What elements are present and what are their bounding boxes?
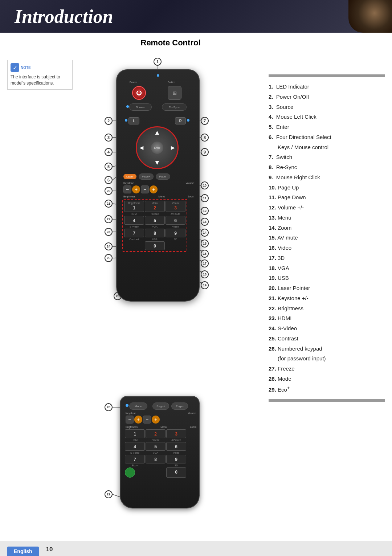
list-item: 27. Freeze <box>269 364 385 374</box>
bottom-divider-bar <box>269 399 385 402</box>
btn-2[interactable]: Menu 2 <box>145 201 165 212</box>
R-button[interactable]: R <box>175 117 186 124</box>
switch-button[interactable]: ⊞ <box>168 86 181 100</box>
callout-25: 25 <box>105 254 113 262</box>
right-panel: 1. LED Indicator 2. Power On/Off 3. Sour… <box>269 38 385 519</box>
label-row-svideo: S-Video VGA Video <box>124 225 185 228</box>
zoom-label: Zoom <box>188 195 194 198</box>
note-box: ✓ NOTE The interface is subject to model… <box>7 60 73 90</box>
callout-7: 7 <box>201 117 209 125</box>
list-item: 11. Page Down <box>269 192 385 203</box>
v-plus-2[interactable]: + <box>152 416 160 424</box>
page-header: Introduction <box>0 0 392 33</box>
note-badge: NOTE <box>21 66 31 70</box>
list-item: 20. Laser Pointer <box>269 283 385 293</box>
btn-5[interactable]: 5 <box>145 216 165 225</box>
btn-4[interactable]: 4 <box>124 216 144 225</box>
R-dot <box>187 119 189 122</box>
label-row-hdmi: HDMI Freeze AV mute <box>124 213 185 215</box>
page-minus-2[interactable]: Page- <box>171 402 188 410</box>
note-icon: ✓ <box>11 63 19 72</box>
page-plus-2[interactable]: Page+ <box>152 402 169 410</box>
page-minus-button[interactable]: Page- <box>156 173 170 180</box>
keystone-volume-labels: Keystone Volume <box>123 182 194 184</box>
k-plus-2[interactable]: + <box>134 416 142 424</box>
list-item: 8. Re-Sync <box>269 162 385 172</box>
numpad-row2: 4 5 6 <box>124 216 185 225</box>
callout-21: 21 <box>105 200 113 208</box>
callout-20: 20 <box>105 187 113 195</box>
list-item: 14. Zoom <box>269 223 385 233</box>
list-item: 12. Volume +/- <box>269 203 385 213</box>
btn2-8[interactable]: 8 <box>146 455 166 463</box>
btn2-3[interactable]: 3 <box>166 429 186 438</box>
note-text: The interface is subject to model's spec… <box>11 74 69 86</box>
list-item: 1. LED Indicator <box>269 82 385 92</box>
vol-minus[interactable]: − <box>141 185 149 193</box>
menu-label: Menu <box>158 195 165 198</box>
btn2-6[interactable]: 6 <box>166 442 186 451</box>
btn2-0[interactable]: 0 <box>166 467 186 478</box>
keystone-minus[interactable]: − <box>123 185 131 193</box>
k-minus-2[interactable]: − <box>126 416 134 424</box>
callout-2: 2 <box>105 117 113 125</box>
source-dot <box>126 105 129 108</box>
btn2-1[interactable]: 1 <box>125 429 145 438</box>
list-item: 6. Four Directional Select Keys / Mouse … <box>269 132 385 152</box>
btn-6[interactable]: 6 <box>166 216 185 225</box>
dpad[interactable]: ▲ ▼ ◄ ► Enter <box>136 126 179 169</box>
laser-button[interactable]: Laser <box>123 174 136 179</box>
callout-4: 4 <box>105 148 113 156</box>
remote-body-2: Mode Page+ Page- Keystone Volume − + − + <box>120 396 200 508</box>
keystone-vol-row: − + − + <box>123 185 158 193</box>
eco-button[interactable] <box>125 467 135 478</box>
callout-3: 3 <box>105 134 113 142</box>
btn2-5[interactable]: 5 <box>146 442 166 451</box>
btn2-2[interactable]: 2 <box>146 429 166 438</box>
v-minus-2[interactable]: − <box>143 416 151 424</box>
page-plus-button[interactable]: Page+ <box>139 173 154 180</box>
btn2-9[interactable]: 9 <box>166 455 186 463</box>
list-item: 25. Contrast <box>269 334 385 344</box>
btn-9[interactable]: 9 <box>166 229 185 237</box>
list-item: 10. Page Up <box>269 183 385 193</box>
center-panel: Remote Control <box>76 38 265 519</box>
btn-0[interactable]: 0 <box>145 241 165 250</box>
list-item: 3. Source <box>269 102 385 112</box>
power-button[interactable]: ⏻ <box>132 86 146 100</box>
list-item: 4. Mouse Left Click <box>269 112 385 122</box>
btn2-4[interactable]: 4 <box>125 442 145 451</box>
vol-plus[interactable]: + <box>150 185 158 193</box>
btn-3[interactable]: Zoom 3 <box>166 201 185 212</box>
bmz-labels: Brightness Menu Zoom <box>123 195 194 198</box>
keystone-plus[interactable]: + <box>132 185 140 193</box>
callout-8: 8 <box>201 134 209 142</box>
dpad-up: ▲ <box>154 129 160 136</box>
L-button[interactable]: L <box>128 117 139 124</box>
callout-11: 11 <box>201 194 209 202</box>
section-title: Remote Control <box>141 38 201 48</box>
callout-14: 14 <box>201 229 209 237</box>
list-item: 9. Mouse Right Click <box>269 172 385 183</box>
source-button[interactable]: Source <box>129 103 152 111</box>
footer-language: English <box>7 547 39 556</box>
btn-7[interactable]: 7 <box>124 229 144 237</box>
btn2-7[interactable]: 7 <box>125 455 145 463</box>
L-dot <box>125 119 127 122</box>
list-item: 13. Menu <box>269 213 385 223</box>
list-item: 23. HDMI <box>269 313 385 323</box>
btn-8[interactable]: 8 <box>145 229 165 237</box>
resync-button[interactable]: Re-Sync <box>162 103 187 111</box>
lens-decoration <box>348 0 392 33</box>
list-item: 28. Mode <box>269 374 385 384</box>
mode-button[interactable]: Mode <box>129 402 147 410</box>
numpad-row1: Brightness 1 Menu 2 Zoom 3 <box>124 201 185 212</box>
btn-1[interactable]: Brightness 1 <box>124 201 144 212</box>
list-item: 15. AV mute <box>269 233 385 243</box>
list-item: 24. S-Video <box>269 323 385 334</box>
callout-24: 24 <box>105 242 113 250</box>
enter-button[interactable]: Enter <box>151 142 163 154</box>
list-item: 5. Enter <box>269 122 385 132</box>
dpad-right: ► <box>170 144 176 152</box>
laser-row: Laser Page+ Page- <box>123 173 170 180</box>
